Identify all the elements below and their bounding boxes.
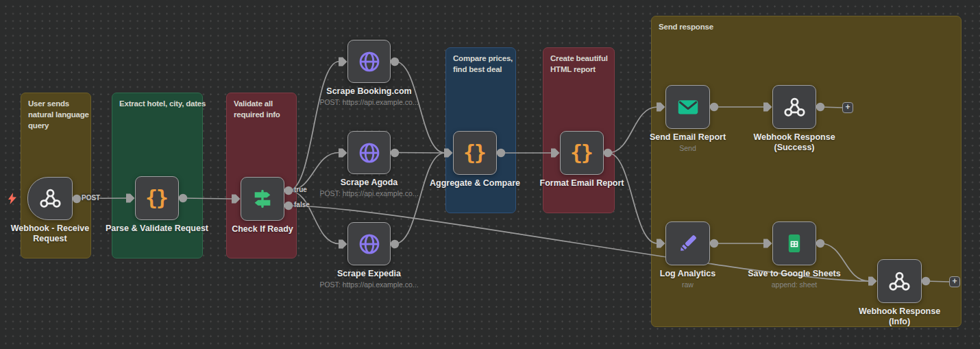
code-braces-icon: {} bbox=[462, 140, 488, 166]
nodes-layer: Webhook - ReceiveRequest{}Parse & Valida… bbox=[0, 0, 980, 349]
aggregate-compare[interactable]: {} bbox=[453, 131, 497, 175]
save-sheets-input-port[interactable] bbox=[763, 238, 772, 249]
aggregate-compare-output-port-main[interactable] bbox=[496, 148, 506, 158]
send-email-input-port[interactable] bbox=[657, 101, 665, 112]
scrape-booking-output-port-main[interactable] bbox=[390, 57, 400, 67]
save-sheets-subtitle: append: sheet bbox=[719, 280, 870, 289]
globe-icon bbox=[357, 49, 382, 74]
webhook-success[interactable] bbox=[772, 85, 816, 129]
webhook-info-title: Webhook Response(Info) bbox=[831, 306, 968, 328]
switch-icon bbox=[251, 187, 274, 210]
aggregate-compare-input-port[interactable] bbox=[444, 147, 453, 158]
trigger-bolt-icon bbox=[8, 193, 17, 204]
node-title-line: Check If Ready bbox=[194, 224, 331, 234]
node-title-line: Webhook Response bbox=[831, 306, 968, 317]
log-analytics-output-port-main[interactable] bbox=[709, 239, 719, 248]
scrape-expedia-output-port-main[interactable] bbox=[390, 239, 400, 249]
scrape-expedia-input-port[interactable] bbox=[339, 239, 347, 250]
webhook-success-output-port-main[interactable] bbox=[816, 102, 825, 112]
scrape-booking[interactable] bbox=[347, 40, 391, 83]
check-if-ready[interactable] bbox=[241, 177, 284, 221]
check-if-ready-input-port[interactable] bbox=[232, 193, 241, 204]
node-title-line: Webhook Response bbox=[726, 132, 863, 143]
scrape-expedia[interactable] bbox=[347, 222, 391, 265]
log-analytics[interactable] bbox=[665, 221, 710, 265]
webhook-info-input-port[interactable] bbox=[868, 276, 877, 287]
node-title-line: Format Email Report bbox=[513, 178, 650, 189]
format-email-input-port[interactable] bbox=[551, 147, 560, 158]
globe-icon bbox=[357, 141, 382, 165]
format-email-output-port-main[interactable] bbox=[603, 148, 613, 158]
plus-success-add-node-button[interactable]: + bbox=[842, 102, 853, 113]
save-sheets[interactable] bbox=[772, 221, 816, 265]
send-email-output-port-main[interactable] bbox=[709, 102, 719, 112]
webhook-info[interactable] bbox=[877, 259, 922, 303]
scrape-booking-input-port[interactable] bbox=[339, 56, 347, 67]
scrape-agoda-input-port[interactable] bbox=[339, 147, 347, 158]
node-title-line: Save to Google Sheets bbox=[726, 269, 863, 279]
webhook-icon bbox=[887, 269, 911, 293]
check-if-ready-output-port-true[interactable] bbox=[284, 186, 293, 195]
code-braces-icon: {} bbox=[144, 185, 170, 211]
node-title-line: (Info) bbox=[831, 317, 968, 327]
check-if-ready-output-port-false[interactable] bbox=[284, 201, 293, 210]
scrape-agoda-subtitle: POST: https://api.example.co... bbox=[294, 189, 445, 197]
webhook-success-title: Webhook Response(Success) bbox=[726, 132, 863, 154]
workflow-canvas: User sendsnatural languagequeryExtract h… bbox=[0, 0, 980, 349]
node-title-line: Scrape Expedia bbox=[301, 269, 438, 279]
save-sheets-output-port-main[interactable] bbox=[816, 239, 825, 248]
check-if-ready-title: Check If Ready bbox=[194, 224, 331, 234]
scrape-agoda-output-port-main[interactable] bbox=[390, 148, 400, 158]
log-analytics-input-port[interactable] bbox=[657, 238, 665, 249]
parse-validate-output-port-main[interactable] bbox=[178, 193, 188, 203]
scrape-booking-subtitle: POST: https://api.example.co... bbox=[294, 98, 445, 106]
scrape-expedia-subtitle: POST: https://api.example.co... bbox=[294, 280, 445, 289]
node-title-line: Scrape Booking.com bbox=[301, 86, 438, 97]
plus-info-add-node-button[interactable]: + bbox=[949, 276, 960, 287]
scrape-booking-title: Scrape Booking.com bbox=[301, 86, 438, 97]
webhook-receive-output-port-main[interactable] bbox=[72, 194, 82, 204]
scrape-agoda[interactable] bbox=[347, 131, 391, 174]
envelope-icon bbox=[675, 94, 701, 120]
save-sheets-title: Save to Google Sheets bbox=[726, 269, 863, 279]
node-title-line: (Success) bbox=[726, 143, 863, 153]
send-email[interactable] bbox=[665, 85, 710, 129]
webhook-success-input-port[interactable] bbox=[763, 101, 772, 112]
webhook-receive[interactable] bbox=[27, 177, 73, 220]
parse-validate[interactable]: {} bbox=[135, 176, 179, 220]
webhook-icon bbox=[38, 186, 62, 210]
parse-validate-input-port[interactable] bbox=[126, 193, 135, 204]
scrape-expedia-title: Scrape Expedia bbox=[301, 269, 438, 279]
svg-text:}: } bbox=[156, 186, 169, 210]
pencil-icon bbox=[676, 232, 700, 255]
node-title-line: Request bbox=[0, 234, 119, 244]
format-email-title: Format Email Report bbox=[513, 178, 650, 189]
google-sheets-icon bbox=[783, 232, 806, 255]
format-email[interactable]: {} bbox=[560, 131, 604, 175]
globe-icon bbox=[357, 232, 382, 256]
code-braces-icon: {} bbox=[569, 140, 595, 166]
svg-text:}: } bbox=[474, 141, 487, 165]
webhook-icon bbox=[783, 95, 807, 119]
webhook-info-output-port-main[interactable] bbox=[921, 276, 931, 286]
svg-text:}: } bbox=[581, 141, 593, 165]
